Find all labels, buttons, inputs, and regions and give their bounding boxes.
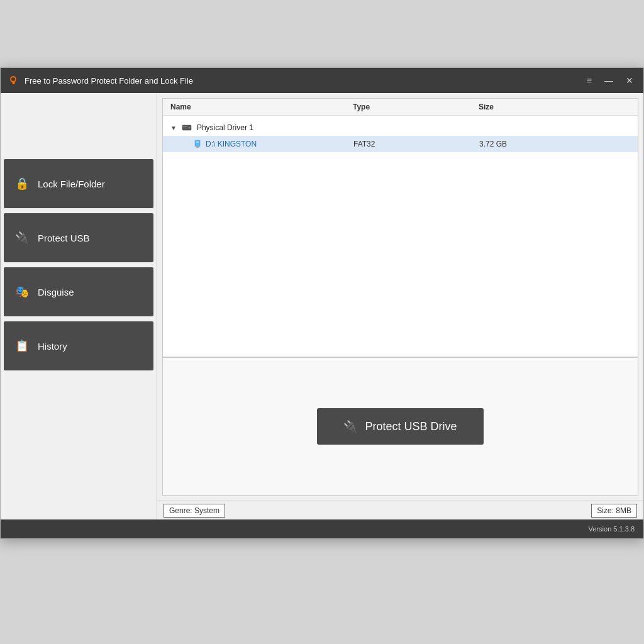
protect-usb-drive-button[interactable]: 🔌 Protect USB Drive — [317, 408, 483, 445]
expand-chevron: ▼ — [170, 125, 177, 131]
right-panel: Name Type Size ▼ — [157, 93, 643, 519]
svg-rect-8 — [196, 146, 199, 148]
svg-rect-7 — [195, 140, 200, 147]
main-content: 🔒 Lock File/Folder 🔌 Protect USB 🎭 Disgu… — [1, 93, 643, 519]
column-header-type: Type — [353, 103, 479, 111]
app-window: Free to Password Protect Folder and Lock… — [0, 67, 644, 539]
status-bar: Genre: System Size: 8MB — [157, 501, 643, 519]
file-tree-body: ▼ Physical Driver 1 — [163, 116, 638, 156]
sidebar-item-protect-usb[interactable]: 🔌 Protect USB — [4, 213, 153, 262]
lock-icon: 🔒 — [15, 177, 29, 191]
footer-bar: Version 5.1.3.8 — [1, 519, 643, 538]
app-icon — [8, 75, 19, 86]
minimize-button[interactable]: — — [602, 74, 616, 87]
usb-drive-icon — [193, 140, 202, 148]
file-tree-panel: Name Type Size ▼ — [162, 98, 638, 357]
version-label: Version 5.1.3.8 — [589, 525, 635, 533]
protect-usb-button-icon: 🔌 — [343, 419, 357, 433]
column-header-size: Size — [479, 103, 630, 111]
title-bar: Free to Password Protect Folder and Lock… — [1, 68, 643, 93]
sidebar-item-label-usb: Protect USB — [38, 233, 90, 243]
genre-badge: Genre: System — [164, 504, 225, 518]
window-controls: ≡ — ✕ — [584, 74, 636, 87]
sidebar-item-disguise[interactable]: 🎭 Disguise — [4, 267, 153, 316]
close-button[interactable]: ✕ — [623, 74, 636, 87]
tree-item-kingston[interactable]: D:\ KINGSTON FAT32 3.72 GB — [163, 136, 638, 152]
sidebar: 🔒 Lock File/Folder 🔌 Protect USB 🎭 Disgu… — [1, 93, 157, 519]
physical-driver-label: Physical Driver 1 — [197, 123, 253, 132]
tree-item-name: D:\ KINGSTON — [193, 140, 353, 148]
column-header-name: Name — [170, 103, 353, 111]
svg-rect-9 — [196, 142, 199, 143]
svg-rect-6 — [183, 128, 186, 128]
usb-icon: 🔌 — [15, 231, 29, 245]
menu-button[interactable]: ≡ — [584, 74, 594, 87]
file-tree-header: Name Type Size — [163, 99, 638, 116]
window-title: Free to Password Protect Folder and Lock… — [25, 76, 584, 86]
size-badge: Size: 8MB — [591, 504, 637, 518]
svg-point-0 — [11, 77, 16, 82]
sidebar-item-label-disguise: Disguise — [38, 287, 74, 297]
disguise-icon: 🎭 — [15, 285, 29, 299]
tree-item-type: FAT32 — [353, 140, 479, 148]
svg-rect-5 — [183, 126, 187, 127]
tree-group-physical-driver: ▼ Physical Driver 1 — [163, 118, 638, 153]
svg-point-4 — [188, 127, 190, 129]
protect-usb-button-label: Protect USB Drive — [365, 420, 457, 433]
sidebar-item-lock-file-folder[interactable]: 🔒 Lock File/Folder — [4, 159, 153, 208]
tree-item-size: 3.72 GB — [479, 140, 507, 148]
sidebar-item-history[interactable]: 📋 History — [4, 321, 153, 370]
svg-rect-2 — [13, 82, 15, 84]
sidebar-item-label-history: History — [38, 341, 67, 352]
bottom-panel: MEDIA 🔌 Protect USB Drive — [162, 357, 638, 496]
tree-group-header[interactable]: ▼ Physical Driver 1 — [163, 119, 638, 136]
kingston-name: D:\ KINGSTON — [206, 140, 257, 148]
history-icon: 📋 — [15, 339, 29, 353]
hdd-icon — [182, 123, 192, 133]
sidebar-item-label-lock: Lock File/Folder — [38, 179, 105, 189]
